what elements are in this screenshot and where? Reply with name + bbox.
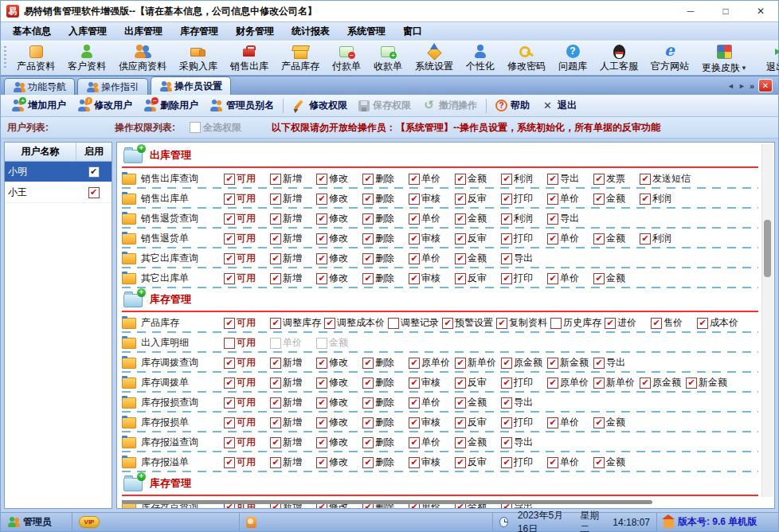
menu-item-stock-management[interactable]: 库存管理 — [171, 22, 227, 41]
permission-item[interactable]: 新增 — [270, 272, 316, 285]
permission-checkbox[interactable] — [224, 174, 235, 185]
permission-item[interactable]: 单价 — [409, 172, 455, 186]
permission-checkbox[interactable] — [409, 358, 420, 369]
admin-alias-button[interactable]: 管理员别名 — [204, 97, 280, 114]
exit-button[interactable]: ✕退出 — [535, 97, 582, 114]
permission-checkbox[interactable] — [316, 437, 327, 448]
permission-item[interactable]: 新增 — [270, 436, 316, 449]
permission-checkbox[interactable] — [455, 174, 466, 185]
permission-item[interactable]: 导出 — [501, 396, 547, 409]
permission-item[interactable]: 删除 — [362, 356, 409, 370]
permission-checkbox[interactable] — [455, 273, 466, 284]
permission-checkbox[interactable] — [593, 457, 605, 468]
permission-checkbox[interactable] — [501, 213, 512, 225]
permission-checkbox[interactable] — [409, 174, 420, 185]
permission-checkbox[interactable] — [593, 358, 605, 369]
toolbar-button-official-site[interactable]: 官方网站 — [644, 42, 695, 74]
permission-item[interactable]: 可用 — [224, 376, 270, 389]
permission-checkbox[interactable] — [455, 397, 466, 409]
permission-checkbox[interactable] — [455, 437, 466, 448]
permission-item[interactable]: 单价 — [547, 192, 593, 205]
toolbar-button-payment-bill[interactable]: 付款单 — [326, 42, 367, 74]
menu-item-inbound-management[interactable]: 入库管理 — [60, 22, 115, 41]
permission-checkbox[interactable] — [316, 377, 327, 389]
save-permission-button[interactable]: 保存权限 — [353, 97, 417, 114]
permission-item[interactable]: 审核 — [409, 272, 455, 285]
permission-item[interactable]: 修改 — [316, 172, 362, 186]
user-row-小明[interactable]: 小明 — [5, 162, 112, 182]
permission-checkbox[interactable] — [362, 213, 374, 225]
permission-checkbox[interactable] — [547, 358, 558, 369]
permission-item[interactable]: 单价 — [547, 456, 593, 469]
permission-item[interactable]: 原单价 — [409, 356, 455, 370]
menu-item-finance-management[interactable]: 财务管理 — [227, 22, 283, 41]
permission-item[interactable]: 可用 — [224, 456, 270, 469]
permission-checkbox[interactable] — [409, 457, 420, 468]
permission-item[interactable]: 新增 — [270, 376, 316, 389]
permission-item[interactable]: 删除 — [362, 456, 409, 469]
permission-checkbox[interactable] — [593, 194, 605, 205]
permission-item[interactable]: 修改 — [316, 252, 362, 265]
permission-checkbox[interactable] — [501, 437, 512, 448]
permission-item[interactable]: 金额 — [593, 232, 640, 245]
permission-checkbox[interactable] — [316, 417, 327, 428]
permission-checkbox[interactable] — [501, 194, 512, 205]
permission-item[interactable]: 新增 — [270, 456, 316, 469]
permission-checkbox[interactable] — [270, 377, 281, 389]
permission-checkbox[interactable] — [270, 338, 281, 349]
permission-item[interactable]: 金额 — [593, 416, 640, 429]
permission-item[interactable]: 历史库存 — [550, 316, 605, 330]
permission-item[interactable]: 成本价 — [697, 316, 743, 330]
permission-item[interactable]: 预警设置 — [442, 316, 496, 330]
permission-item[interactable]: 反审 — [455, 232, 501, 245]
permission-item[interactable]: 修改 — [316, 416, 362, 429]
permission-item[interactable]: 原金额 — [640, 376, 686, 389]
permission-item[interactable]: 导出 — [501, 252, 547, 265]
permission-checkbox[interactable] — [316, 338, 327, 349]
vertical-scrollbar-thumb[interactable] — [764, 220, 771, 277]
permission-checkbox[interactable] — [362, 253, 374, 264]
permission-checkbox[interactable] — [316, 273, 327, 284]
permission-checkbox[interactable] — [316, 457, 327, 468]
permission-item[interactable]: 修改 — [316, 212, 362, 225]
permission-checkbox[interactable] — [224, 417, 235, 428]
permission-checkbox[interactable] — [270, 417, 281, 428]
permission-item[interactable]: 可用 — [224, 316, 270, 330]
permission-item[interactable]: 修改 — [316, 232, 362, 245]
horizontal-scrollbar-thumb[interactable] — [122, 500, 652, 504]
permission-checkbox[interactable] — [501, 358, 512, 369]
permission-checkbox[interactable] — [362, 377, 374, 389]
permission-item[interactable]: 删除 — [362, 172, 409, 186]
permission-item[interactable]: 新金额 — [686, 376, 732, 389]
tab-scroll-left-icon[interactable]: ◄ — [727, 82, 734, 90]
permission-checkbox[interactable] — [224, 397, 235, 409]
permission-item[interactable]: 删除 — [362, 232, 409, 245]
permission-checkbox[interactable] — [362, 417, 374, 428]
permission-item[interactable]: 审核 — [409, 456, 455, 469]
permission-item[interactable]: 单价 — [409, 436, 455, 449]
permission-item[interactable]: 删除 — [362, 436, 409, 449]
permission-checkbox[interactable] — [362, 174, 374, 185]
permission-item[interactable]: 修改 — [316, 272, 362, 285]
menu-item-statistics-report[interactable]: 统计报表 — [283, 22, 339, 41]
permission-item[interactable]: 利润 — [640, 232, 686, 245]
permission-item[interactable]: 发票 — [593, 172, 640, 186]
permission-checkbox[interactable] — [547, 194, 558, 205]
permission-checkbox[interactable] — [270, 174, 281, 185]
permission-checkbox[interactable] — [547, 273, 558, 284]
permission-checkbox[interactable] — [593, 273, 605, 284]
permission-checkbox[interactable] — [362, 273, 374, 284]
permission-item[interactable]: 修改 — [316, 192, 362, 205]
permission-item[interactable]: 反审 — [455, 272, 501, 285]
permission-item[interactable]: 单价 — [409, 252, 455, 265]
permission-item[interactable]: 金额 — [455, 252, 501, 265]
permission-item[interactable]: 发送短信 — [640, 172, 694, 186]
permission-item[interactable]: 可用 — [224, 252, 270, 265]
permission-item[interactable]: 可用 — [224, 272, 270, 285]
permission-item[interactable]: 可用 — [224, 212, 270, 225]
permission-item[interactable]: 删除 — [362, 376, 409, 389]
permission-checkbox[interactable] — [501, 397, 512, 409]
user-enabled-checkbox[interactable] — [88, 166, 100, 178]
permission-item[interactable]: 售价 — [651, 316, 697, 330]
permission-checkbox[interactable] — [547, 213, 558, 225]
